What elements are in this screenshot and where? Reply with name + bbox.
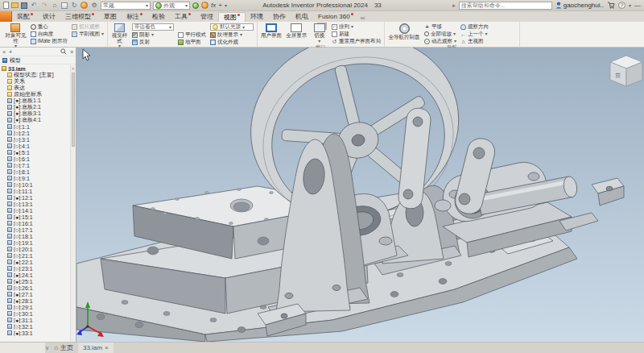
open-file-icon[interactable] (11, 2, 19, 8)
ribbon-tab[interactable]: 管理 (196, 12, 218, 22)
ribbon-tab[interactable]: 标注 (122, 12, 147, 22)
browser-scrollbar[interactable] (70, 65, 76, 342)
visual-style-button[interactable]: 视觉样式 (111, 23, 128, 49)
tree-part-row[interactable]: [○]:16:1 (2, 220, 68, 226)
orbit-button[interactable]: 动态观察 (424, 38, 456, 44)
tree-part-row[interactable]: [○]:32:1 (2, 323, 68, 330)
tree-folder-row[interactable]: 模型状态: [主要] (2, 72, 68, 78)
scrollbar-thumb[interactable] (72, 73, 75, 147)
tree-part-row[interactable]: [●]:33:1 (2, 330, 68, 336)
steering-wheel-button[interactable]: 全导航控制盘 (388, 23, 420, 44)
tree-part-row[interactable]: [○]:9:1 (2, 175, 68, 181)
tree-part-row[interactable]: [○]:4:1 (2, 143, 68, 149)
new-window-button[interactable]: 新建 (332, 31, 381, 37)
switch-windows-button[interactable]: 切换 (311, 23, 328, 44)
search-icon[interactable] (60, 48, 67, 55)
tree-folder-row[interactable]: 原始坐标系 (2, 91, 68, 98)
visual-style-combo[interactable]: 带边着色 (132, 23, 174, 31)
parallel-mode-button[interactable]: 平行模式 (178, 31, 206, 38)
save-icon[interactable] (21, 2, 27, 9)
browser-title-row[interactable]: 模型 (0, 56, 76, 64)
tree-part-row[interactable]: [○]:18:1 (2, 233, 68, 239)
tree-part-row[interactable]: [○]:11:1 (2, 188, 68, 194)
user-interface-button[interactable]: 用户界面 (261, 23, 282, 44)
tree-part-row[interactable]: [○]:19:1 (2, 239, 68, 246)
look-at-button[interactable]: 观察方向 (460, 23, 489, 30)
close-tab-icon[interactable] (105, 344, 109, 351)
cart-icon[interactable] (607, 2, 615, 9)
fullscreen-button[interactable]: 全屏显示 (286, 23, 307, 44)
ribbon-tab[interactable]: 检验 (147, 12, 170, 22)
tree-part-row[interactable]: [●]:15:1 (2, 214, 68, 220)
close-panel-icon[interactable] (2, 49, 6, 55)
ribbon-tab[interactable]: 装配 (12, 12, 38, 22)
tree-part-row[interactable]: [○]:23:1 (2, 265, 68, 272)
graphics-viewport[interactable]: 前 (76, 48, 644, 342)
tree-part-row[interactable]: [●]:22:1 (2, 259, 68, 265)
minimize-button[interactable] (634, 2, 641, 9)
parameters-fx-button[interactable]: fx (211, 2, 216, 9)
search-expand-icon[interactable] (452, 2, 456, 9)
light-style-combo[interactable]: 默认光源 (210, 23, 254, 31)
texture-display-button[interactable]: 纹理显示 (210, 31, 254, 38)
file-menu-button[interactable] (0, 11, 12, 22)
cad-model-canvas[interactable]: 前 (76, 48, 644, 342)
tree-part-row[interactable]: [○]:21:1 (2, 252, 68, 259)
ribbon-tab[interactable]: 机电 (291, 12, 313, 22)
arrange-button[interactable]: 排列 (332, 23, 381, 30)
appearance-combo[interactable]: 外观 (153, 2, 190, 10)
tree-part-row[interactable]: [●]:12:1 (2, 194, 68, 201)
gear-icon[interactable]: ⚙ (90, 2, 98, 10)
help-chevron[interactable] (629, 2, 631, 9)
tree-part-row[interactable]: [●]:31:1 (2, 317, 68, 323)
material-combo[interactable]: 常规 (101, 2, 151, 10)
qat-customize-chevron[interactable] (225, 2, 227, 9)
ribbon-tab[interactable]: 环境 (246, 12, 268, 22)
ground-plane-button[interactable]: 地平面 (178, 39, 206, 45)
tree-part-row[interactable]: [●]:底板1:1 (2, 98, 68, 104)
home-view-button[interactable]: 主视图 (460, 38, 489, 44)
material-ball-icon[interactable] (80, 2, 88, 9)
previous-view-button[interactable]: 上一个 (460, 31, 489, 37)
tree-part-row[interactable]: [○]:14:1 (2, 207, 68, 214)
collaborate-infinity-icon[interactable] (361, 15, 365, 22)
half-section-button[interactable]: 半剖视图 (72, 31, 104, 37)
tree-part-row[interactable]: [○]:13:1 (2, 201, 68, 207)
tree-part-row[interactable]: [●]:底板4:1 (2, 117, 68, 123)
ribbon-tab[interactable]: 工具 (170, 12, 196, 22)
tree-part-row[interactable]: [○]:26:1 (2, 284, 68, 291)
sketch-icon[interactable] (61, 2, 68, 9)
degrees-of-freedom-button[interactable]: 自由度 (31, 31, 68, 37)
slice-view-button[interactable]: 切片观察 (72, 23, 104, 30)
ribbon-tab[interactable]: Fusion 360 (313, 12, 358, 22)
home-tab[interactable]: 主页 (49, 343, 78, 353)
ribbon-tab[interactable]: 协作 (268, 12, 291, 22)
imate-glyph-button[interactable]: iMate 图示符 (31, 38, 68, 44)
pan-button[interactable]: 平移 (424, 23, 456, 30)
tree-part-row[interactable]: [○]:3:1 (2, 136, 68, 143)
tree-part-row[interactable]: [○]:1:1 (2, 123, 68, 130)
tree-part-row[interactable]: [○]:6:1 (2, 156, 68, 162)
home-icon[interactable]: ⌂ (51, 2, 59, 10)
undo-icon[interactable]: ↶ (30, 2, 38, 10)
tree-part-row[interactable]: [○]:20:1 (2, 246, 68, 252)
tree-root-assembly[interactable]: 33.iam (2, 65, 68, 72)
tree-part-row[interactable]: [●]:27:1 (2, 291, 68, 297)
center-of-gravity-button[interactable]: 重心 (31, 23, 68, 30)
tree-part-row[interactable]: [○]:8:1 (2, 168, 68, 175)
tree-part-row[interactable]: [○]:30:1 (2, 310, 68, 317)
update-icon[interactable]: ↻ (70, 2, 78, 10)
ribbon-tab[interactable]: 草图 (99, 12, 122, 22)
ribbon-tab[interactable]: 三维模型 (60, 12, 99, 22)
help-icon[interactable]: ? (618, 2, 625, 9)
measure-plus-button[interactable] (218, 2, 222, 9)
refine-appearance-button[interactable]: 优化外观 (210, 39, 254, 45)
browser-menu-icon[interactable] (70, 49, 73, 55)
account-menu[interactable]: gaochenghui.. (555, 2, 604, 9)
tree-part-row[interactable]: [●]:底板2:1 (2, 104, 68, 110)
tree-part-row[interactable]: [●]:28:1 (2, 297, 68, 304)
tree-part-row[interactable]: [●]:底板3:1 (2, 110, 68, 117)
ribbon-tab[interactable]: 设计 (38, 12, 60, 22)
tree-part-row[interactable]: [○]:10:1 (2, 181, 68, 188)
tree-part-row[interactable]: [○]:2:1 (2, 130, 68, 136)
